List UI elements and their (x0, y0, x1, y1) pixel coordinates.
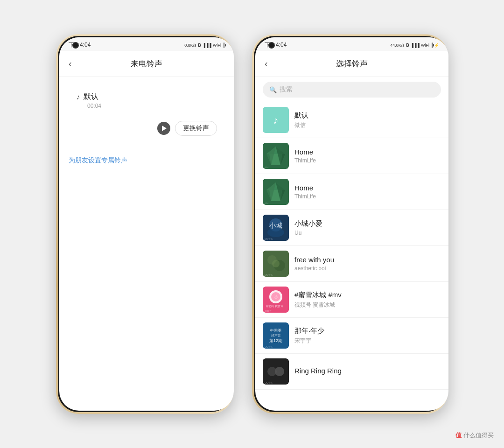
list-item[interactable]: ♪♫♩ Home ThimLife (255, 174, 448, 210)
song-thumbnail-xiaocheng: 小城 QQ音乐 (263, 215, 289, 241)
bluetooth-icon-left: 𝗕 (198, 43, 201, 48)
song-artist: 微信 (294, 121, 441, 129)
list-item[interactable]: QQ音乐 Ring Ring Ring (255, 354, 448, 390)
song-title: 那年·年少 (294, 327, 441, 336)
list-item[interactable]: ♪♫♩ Home ThimLife (255, 138, 448, 174)
svg-point-16 (267, 228, 284, 237)
watermark: 值 什么值得买 (455, 431, 494, 440)
svg-text:QQ音乐: QQ音乐 (265, 381, 273, 384)
svg-text:QQ音乐: QQ音乐 (265, 273, 273, 276)
app-header-right: ‹ 选择铃声 (255, 51, 448, 77)
song-info-free: free with you aesthetic boi (294, 256, 441, 272)
song-title: Home (294, 148, 441, 156)
svg-point-37 (275, 367, 284, 376)
ringtone-section: ♪ 默认 00:04 更换铃声 (67, 84, 226, 143)
battery-icon-left (223, 43, 224, 48)
status-bar-left: 下午4:04 0.8K/s 𝗕 ▐▐▐ WiFi (59, 37, 234, 51)
song-thumbnail-home1: ♪♫♩ (263, 143, 289, 169)
song-title: 小城小爱 (294, 219, 441, 228)
list-item[interactable]: ☃ 你爱我 我爱你 视频号 #蜜雪冰城 #mv 视频号·蜜雪冰城 (255, 282, 448, 318)
back-button-left[interactable]: ‹ (67, 56, 74, 71)
svg-text:中国图: 中国图 (270, 329, 281, 333)
wifi-icon-left: WiFi (213, 43, 221, 48)
song-title: Home (294, 184, 441, 192)
song-title: 默认 (294, 111, 441, 120)
song-thumbnail-honey: ☃ 你爱我 我爱你 视频号 (263, 287, 289, 313)
song-info-xiaocheng: 小城小爱 Uu (294, 219, 441, 236)
search-icon: 🔍 (269, 86, 277, 93)
svg-point-22 (272, 260, 280, 267)
song-artist: 宋宇宇 (294, 337, 441, 345)
song-artist: 视频号·蜜雪冰城 (294, 301, 441, 309)
song-artist: aesthetic boi (294, 265, 441, 272)
svg-text:♪♫♩: ♪♫♩ (265, 202, 268, 204)
svg-text:☃: ☃ (274, 294, 278, 300)
bluetooth-icon-right: 𝗕 (406, 43, 409, 48)
search-placeholder: 搜索 (280, 85, 293, 94)
search-bar[interactable]: 🔍 搜索 (263, 82, 441, 98)
svg-text:好声音: 好声音 (271, 334, 281, 337)
svg-text:QQ音乐: QQ音乐 (265, 238, 273, 240)
song-title: #蜜雪冰城 #mv (294, 291, 441, 300)
signal-bars-left: ▐▐▐ (203, 43, 211, 48)
signal-text-left: 0.8K/s (184, 43, 196, 48)
signal-bars-right: ▐▐▐ (411, 43, 420, 48)
watermark-icon: 值 (455, 431, 462, 440)
song-title: free with you (294, 256, 441, 264)
list-item[interactable]: 小城 QQ音乐 小城小爱 Uu (255, 210, 448, 246)
song-thumbnail-ring: QQ音乐 (263, 358, 289, 385)
song-title: Ring Ring Ring (294, 367, 441, 375)
signal-text-right: 44.0K/s (390, 43, 405, 48)
music-note-icon: ♪ (76, 93, 80, 101)
battery-icon-right (431, 43, 433, 48)
ringtone-duration: 00:04 (87, 103, 217, 109)
song-info-ring: Ring Ring Ring (294, 367, 441, 376)
song-info-home2: Home ThimLife (294, 184, 441, 200)
phone-left: 下午4:04 0.8K/s 𝗕 ▐▐▐ WiFi ‹ 来电铃声 (56, 34, 233, 414)
svg-text:小城: 小城 (269, 222, 282, 229)
status-icons-right: 44.0K/s 𝗕 ▐▐▐ WiFi ⚡ (390, 43, 439, 48)
list-item[interactable]: ♪ 默认 微信 (255, 102, 448, 138)
song-thumbnail-default: ♪ (263, 107, 289, 133)
svg-text:♪: ♪ (273, 114, 279, 126)
svg-text:QQ音乐: QQ音乐 (265, 345, 273, 348)
play-triangle-icon (162, 126, 167, 131)
page-title-left: 来电铃声 (131, 58, 162, 69)
phone-right: 下午4:04 44.0K/s 𝗕 ▐▐▐ WiFi ⚡ ‹ 选择铃声 (252, 34, 448, 414)
song-thumbnail-free: QQ音乐 (263, 251, 289, 277)
status-icons-left: 0.8K/s 𝗕 ▐▐▐ WiFi (184, 43, 224, 48)
back-button-right[interactable]: ‹ (263, 56, 270, 71)
camera-right (268, 42, 275, 49)
list-item[interactable]: 中国图 好声音 第12期 QQ音乐 那年·年少 宋宇宇 (255, 318, 448, 354)
status-bar-right: 下午4:04 44.0K/s 𝗕 ▐▐▐ WiFi ⚡ (255, 37, 448, 51)
wifi-icon-right: WiFi (421, 43, 429, 48)
svg-text:第12期: 第12期 (269, 338, 282, 343)
watermark-text: 什么值得买 (463, 431, 494, 440)
current-ringtone: ♪ 默认 (76, 92, 217, 102)
svg-text:视频号: 视频号 (265, 309, 272, 312)
song-thumbnail-home2: ♪♫♩ (263, 179, 289, 205)
song-info-nanain: 那年·年少 宋宇宇 (294, 327, 441, 345)
ringtone-actions: 更换铃声 (76, 115, 217, 136)
ringtone-name: 默认 (84, 92, 98, 102)
app-header-left: ‹ 来电铃声 (59, 51, 234, 77)
song-artist: ThimLife (294, 157, 441, 164)
svg-text:你爱我 我爱你: 你爱我 我爱你 (265, 305, 283, 308)
list-item[interactable]: QQ音乐 free with you aesthetic boi (255, 246, 448, 282)
song-list: ♪ 默认 微信 (255, 102, 448, 390)
camera-left (72, 42, 79, 49)
charging-icon: ⚡ (434, 43, 439, 48)
play-button[interactable] (157, 122, 170, 135)
change-ringtone-button[interactable]: 更换铃声 (175, 121, 217, 136)
song-artist: Uu (294, 230, 441, 236)
song-info-default: 默认 微信 (294, 111, 441, 129)
song-artist: ThimLife (294, 193, 441, 200)
song-info-honey: #蜜雪冰城 #mv 视频号·蜜雪冰城 (294, 291, 441, 309)
song-info-home1: Home ThimLife (294, 148, 441, 164)
svg-text:♪♫♩: ♪♫♩ (265, 166, 268, 168)
song-thumbnail-nanain: 中国图 好声音 第12期 QQ音乐 (263, 322, 289, 349)
page-title-right: 选择铃声 (336, 58, 368, 69)
friend-ringtone-link[interactable]: 为朋友设置专属铃声 (67, 151, 226, 170)
